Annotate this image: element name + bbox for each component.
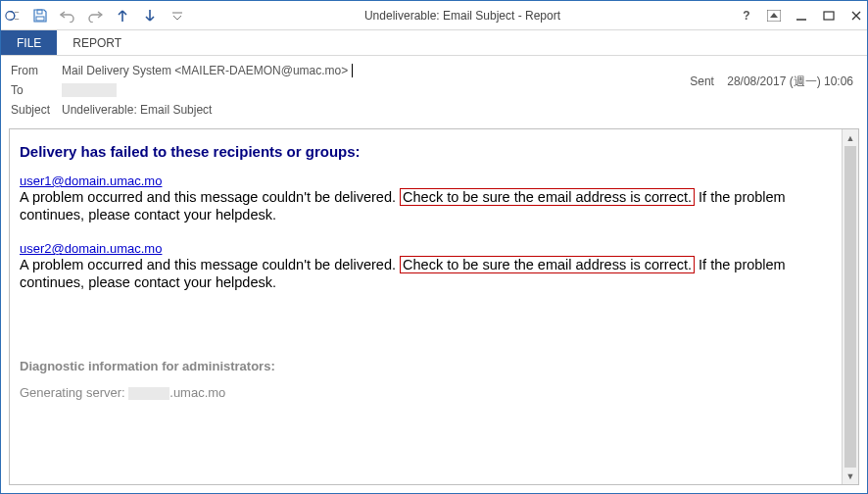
message-body: Delivery has failed to these recipients …: [10, 129, 858, 484]
sent-value: 28/08/2017 (週一) 10:06: [727, 74, 853, 88]
from-label: From: [11, 64, 62, 77]
failure-message: A problem occurred and this message coul…: [20, 188, 839, 223]
subject-label: Subject: [11, 103, 62, 117]
save-icon[interactable]: [32, 8, 48, 24]
ribbon-tabs: FILE REPORT: [1, 30, 867, 56]
message-body-pane: Delivery has failed to these recipients …: [9, 128, 859, 485]
message-header: From Mail Delivery System <MAILER-DAEMON…: [1, 56, 867, 124]
recipient-block: user2@domain.umac.mo A problem occurred …: [20, 241, 839, 291]
tab-file[interactable]: FILE: [1, 30, 57, 55]
redo-icon[interactable]: [87, 8, 103, 24]
subject-value: Undeliverable: Email Subject: [62, 103, 212, 117]
scroll-up-icon[interactable]: ▲: [843, 129, 858, 146]
from-value: Mail Delivery System <MAILER-DAEMON@umac…: [62, 64, 353, 77]
scrollbar-vertical[interactable]: ▲ ▼: [842, 129, 858, 484]
svg-rect-4: [824, 12, 834, 20]
undo-icon[interactable]: [60, 8, 75, 24]
diagnostic-heading: Diagnostic information for administrator…: [20, 359, 839, 373]
title-bar: Undeliverable: Email Subject - Report ?: [1, 1, 867, 30]
window-controls: ?: [740, 9, 863, 23]
sent-info: Sent 28/08/2017 (週一) 10:06: [690, 74, 853, 90]
ribbon-display-options-icon[interactable]: [767, 9, 781, 23]
window-title: Undeliverable: Email Subject - Report: [185, 9, 740, 23]
recipient-link[interactable]: user2@domain.umac.mo: [20, 241, 162, 256]
tab-report[interactable]: REPORT: [57, 30, 137, 55]
qat-customize-icon[interactable]: [169, 8, 185, 24]
next-item-icon[interactable]: [142, 8, 158, 24]
scroll-thumb[interactable]: [844, 146, 856, 468]
svg-rect-2: [36, 17, 44, 21]
maximize-icon[interactable]: [822, 9, 836, 23]
highlight-check-address: Check to be sure the email address is co…: [400, 256, 695, 273]
highlight-check-address: Check to be sure the email address is co…: [400, 188, 695, 206]
to-label: To: [11, 83, 62, 97]
generating-server-line: Generating server: .umac.mo: [20, 385, 839, 400]
previous-item-icon[interactable]: [115, 8, 130, 24]
to-value: [62, 83, 117, 98]
app-icon: [5, 8, 21, 24]
minimize-icon[interactable]: [795, 9, 808, 23]
scroll-down-icon[interactable]: ▼: [843, 468, 858, 484]
failure-message: A problem occurred and this message coul…: [20, 256, 839, 291]
quick-access-toolbar: [5, 8, 185, 24]
svg-rect-1: [37, 10, 42, 14]
recipient-block: user1@domain.umac.mo A problem occurred …: [20, 173, 839, 223]
recipient-link[interactable]: user1@domain.umac.mo: [20, 173, 162, 188]
sent-label: Sent: [690, 74, 714, 88]
help-icon[interactable]: ?: [740, 9, 753, 23]
close-icon[interactable]: [849, 9, 863, 23]
delivery-failed-heading: Delivery has failed to these recipients …: [20, 143, 839, 160]
